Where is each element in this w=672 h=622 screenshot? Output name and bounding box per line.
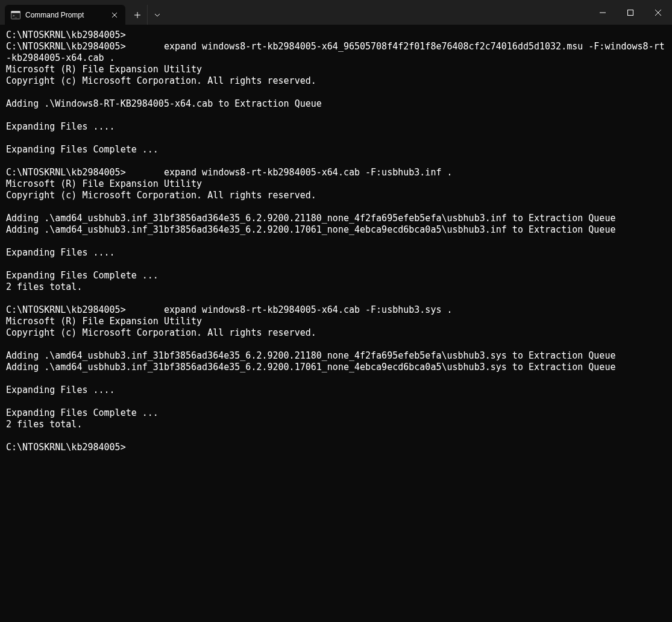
maximize-button[interactable] [617, 0, 644, 25]
tabs-area: >_ Command Prompt [0, 0, 166, 25]
minimize-button[interactable] [589, 0, 617, 25]
titlebar: >_ Command Prompt [0, 0, 672, 25]
svg-rect-8 [628, 10, 633, 15]
tab-close-button[interactable] [110, 10, 119, 20]
titlebar-drag-region[interactable] [166, 0, 589, 25]
window-controls [589, 0, 672, 25]
tab-dropdown-button[interactable] [147, 5, 166, 25]
close-button[interactable] [644, 0, 672, 25]
tab-command-prompt[interactable]: >_ Command Prompt [5, 5, 125, 25]
cmd-icon: >_ [11, 10, 20, 20]
terminal-output[interactable]: C:\NTOSKRNL\kb2984005> C:\NTOSKRNL\kb298… [0, 25, 672, 458]
svg-text:>_: >_ [13, 13, 17, 18]
new-tab-button[interactable] [128, 5, 147, 25]
tab-title: Command Prompt [25, 11, 105, 19]
